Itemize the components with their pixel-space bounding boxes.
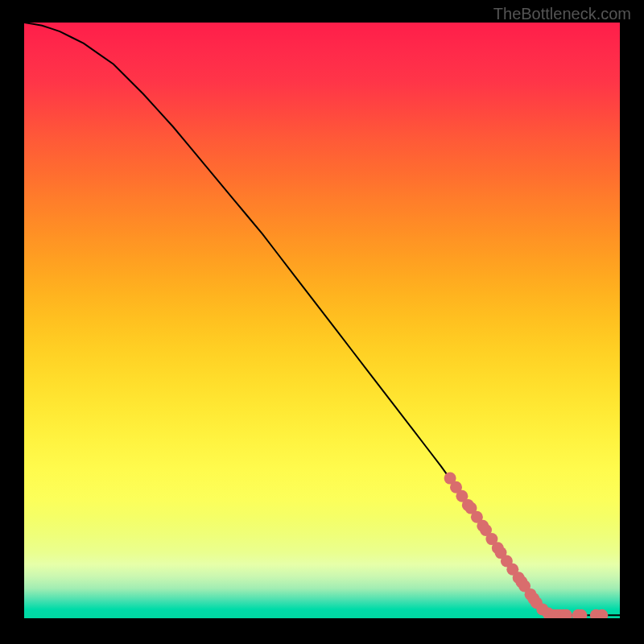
- chart-container: TheBottleneck.com: [0, 0, 644, 644]
- watermark-label: TheBottleneck.com: [493, 5, 631, 23]
- highlight-points: [444, 473, 609, 618]
- curve-line: [24, 23, 620, 615]
- curve-path: [24, 23, 620, 615]
- chart-svg: [24, 23, 620, 618]
